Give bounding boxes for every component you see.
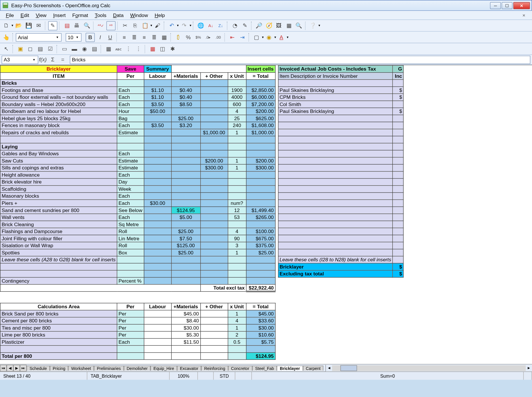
calc-cell[interactable]: $10.60: [246, 331, 275, 339]
calc-cell[interactable]: Per: [117, 324, 144, 332]
calc-cell[interactable]: Per: [117, 331, 144, 339]
cell[interactable]: Sq Metre: [117, 221, 144, 228]
cell[interactable]: 53: [228, 214, 246, 221]
calc-cell[interactable]: $30.00: [171, 324, 200, 332]
cell[interactable]: Lin Metre: [117, 235, 144, 242]
print-icon[interactable]: 🖶: [72, 21, 82, 30]
textbox-icon[interactable]: ▭: [60, 44, 69, 54]
fontcolor-icon[interactable]: A: [277, 33, 286, 42]
invoice-cell[interactable]: [278, 178, 393, 186]
formula-input[interactable]: [70, 56, 530, 64]
cell[interactable]: [228, 186, 246, 193]
cell[interactable]: 1: [228, 129, 246, 136]
cell[interactable]: [144, 214, 171, 221]
cell[interactable]: $2,850.00: [246, 87, 275, 94]
cell[interactable]: [228, 221, 246, 228]
cell[interactable]: [171, 263, 200, 271]
calc-cell[interactable]: 1: [228, 310, 246, 317]
cell[interactable]: Bondbeam and reo labour for Hebel: [0, 108, 117, 115]
invoice-cell[interactable]: Paul Skaines Bricklaying: [278, 87, 393, 94]
datasources-icon[interactable]: ▦: [284, 21, 293, 30]
invoice-inc-cell[interactable]: [393, 164, 403, 171]
cell[interactable]: 1900: [228, 87, 246, 94]
menu-format[interactable]: Format: [69, 12, 91, 19]
sheet-tab-demolisher[interactable]: Demolisher: [124, 366, 150, 370]
cell[interactable]: 90: [228, 235, 246, 242]
invoice-inc-cell[interactable]: [393, 277, 403, 285]
cell[interactable]: [144, 235, 171, 242]
invoice-inc-cell[interactable]: [393, 249, 403, 256]
cell-reference-input[interactable]: [2, 56, 38, 64]
sheet-tab-excavator[interactable]: Excavator: [177, 366, 201, 370]
calc-cell[interactable]: 1: [228, 324, 246, 332]
cell[interactable]: Scaffolding: [0, 186, 117, 193]
menu-file[interactable]: File: [3, 12, 17, 19]
cell[interactable]: $124.95: [171, 207, 200, 214]
cell[interactable]: $6,000.00: [246, 94, 275, 101]
sheet-tab-bricklayer[interactable]: Bricklayer: [277, 366, 303, 370]
tab-next-icon[interactable]: ▶: [13, 365, 20, 371]
calc-cell[interactable]: Ties and misc per 800: [0, 324, 117, 332]
form-design-icon[interactable]: ▤: [36, 44, 45, 54]
invoice-inc-cell[interactable]: [393, 129, 403, 136]
calc-cell[interactable]: [144, 339, 171, 346]
cell[interactable]: [0, 136, 117, 143]
invoice-cell[interactable]: [278, 80, 393, 87]
invoice-cell[interactable]: [278, 277, 393, 285]
cell[interactable]: [171, 270, 200, 277]
main-grid[interactable]: Bricklayer Save Summary Insert cells Inv…: [0, 65, 404, 360]
cell[interactable]: [171, 129, 200, 136]
listbox-icon[interactable]: ▤: [90, 44, 99, 54]
cell[interactable]: [200, 235, 228, 242]
cell[interactable]: Sills and copings and extras: [0, 164, 117, 171]
cell[interactable]: 4: [228, 108, 246, 115]
cell[interactable]: 12: [228, 207, 246, 214]
cell[interactable]: Each: [117, 192, 144, 200]
equals-icon[interactable]: =: [58, 55, 67, 64]
insert-cells-button[interactable]: Insert cells: [246, 65, 275, 73]
cell[interactable]: [200, 143, 228, 150]
cell[interactable]: [200, 214, 228, 221]
invoice-inc-cell[interactable]: [393, 207, 403, 214]
invoice-inc-cell[interactable]: [393, 242, 403, 249]
cell[interactable]: $50.00: [144, 108, 171, 115]
cell[interactable]: [171, 277, 200, 285]
merge-icon[interactable]: ▦: [160, 33, 169, 42]
cell[interactable]: [117, 136, 144, 143]
cell[interactable]: Each: [117, 87, 144, 94]
bold-icon[interactable]: B: [86, 33, 95, 42]
cell[interactable]: [246, 80, 275, 87]
cell[interactable]: [144, 80, 171, 87]
invoice-inc-cell[interactable]: [393, 192, 403, 200]
cell[interactable]: [171, 192, 200, 200]
cell[interactable]: [246, 200, 275, 207]
calc-cell[interactable]: 2: [228, 331, 246, 339]
calc-cell[interactable]: Per: [117, 317, 144, 324]
calc-cell[interactable]: [144, 331, 171, 339]
cell[interactable]: [246, 143, 275, 150]
sheet-tab-preliminaries[interactable]: Preliminaries: [94, 366, 124, 370]
cell[interactable]: [200, 256, 228, 263]
cell[interactable]: [171, 171, 200, 179]
cell[interactable]: Week: [117, 186, 144, 193]
find-icon[interactable]: 🔎: [254, 21, 264, 30]
currency-icon[interactable]: ₿: [174, 33, 183, 42]
cell[interactable]: [200, 192, 228, 200]
cell[interactable]: [228, 178, 246, 186]
save-button-cell[interactable]: Save: [117, 65, 144, 73]
sheet-tab-equip_hire[interactable]: Equip_Hire: [150, 366, 177, 370]
cell[interactable]: [144, 150, 171, 157]
cell[interactable]: 1: [228, 164, 246, 171]
invoice-cell[interactable]: [278, 115, 393, 122]
cell[interactable]: [144, 228, 171, 235]
redo-icon[interactable]: ↷: [180, 21, 189, 30]
invoice-inc-cell[interactable]: $: [393, 94, 403, 101]
cell[interactable]: [117, 256, 144, 263]
bgcolor-icon[interactable]: ◉: [264, 33, 273, 42]
calc-cell[interactable]: $5.75: [246, 339, 275, 346]
calc-cell[interactable]: 4: [228, 317, 246, 324]
cell[interactable]: Laying: [0, 143, 117, 150]
sum-icon[interactable]: Σ: [48, 55, 57, 64]
cell[interactable]: [228, 80, 246, 87]
paintbrush-icon[interactable]: 🖌: [153, 21, 162, 30]
